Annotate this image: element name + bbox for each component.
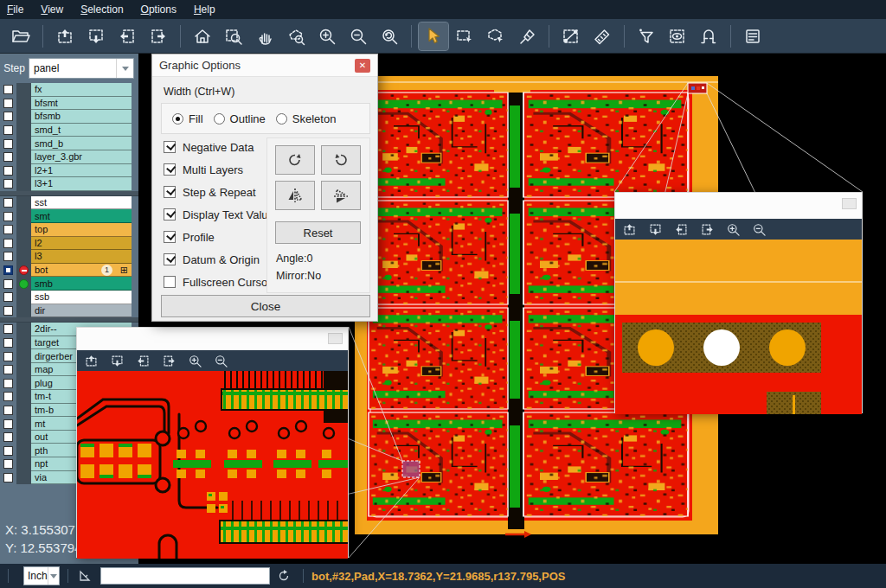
- measure-ruler-icon[interactable]: [587, 22, 617, 50]
- move-up-icon[interactable]: [620, 220, 638, 238]
- zoom-out-icon[interactable]: [212, 352, 229, 369]
- reset-button[interactable]: Reset: [275, 221, 361, 244]
- layer-checkbox[interactable]: [3, 432, 13, 442]
- layer-checkbox[interactable]: [3, 473, 13, 483]
- layer-checkbox[interactable]: [3, 152, 13, 162]
- layer-checkbox[interactable]: [3, 306, 13, 316]
- magnifier-window-right[interactable]: [614, 192, 863, 413]
- move-up-icon[interactable]: [82, 352, 100, 369]
- layer-row-top[interactable]: top: [0, 223, 138, 237]
- zoom-polygon-icon[interactable]: [281, 22, 311, 50]
- magnifier-window-left[interactable]: [76, 327, 349, 558]
- window-menu-button[interactable]: [842, 198, 857, 209]
- layer-label[interactable]: smd_t: [31, 124, 132, 137]
- radio-dot[interactable]: [276, 113, 287, 125]
- zoom-out-icon[interactable]: [750, 220, 767, 238]
- checkbox-fullscreen-cursor[interactable]: Fullscreen Cursor: [164, 271, 274, 293]
- layer-row-l2+1[interactable]: l2+1: [0, 164, 138, 178]
- zoom-window-icon[interactable]: [219, 22, 248, 50]
- move-left-icon[interactable]: [134, 352, 151, 369]
- layer-label[interactable]: fx: [31, 83, 132, 97]
- layer-checkbox[interactable]: [3, 365, 13, 374]
- measure-distance-icon[interactable]: [556, 22, 586, 50]
- move-left-icon[interactable]: [672, 220, 690, 238]
- clear-highlight-icon[interactable]: [512, 22, 542, 50]
- magnifier-left-title-bar[interactable]: [77, 328, 348, 350]
- layer-label[interactable]: smt: [31, 209, 132, 223]
- grid-icon[interactable]: ⊞: [120, 264, 128, 277]
- magnifier-right-view[interactable]: [615, 240, 862, 414]
- move-down-icon[interactable]: [108, 352, 125, 369]
- checkbox-box[interactable]: [164, 253, 176, 265]
- layer-row-smd_t[interactable]: smd_t: [0, 124, 138, 137]
- dialog-title-bar[interactable]: Graphic Options ✕: [152, 54, 377, 77]
- layer-checkbox[interactable]: [3, 85, 13, 94]
- menu-options[interactable]: Options: [141, 3, 177, 16]
- layer-checkbox[interactable]: [3, 99, 13, 108]
- layer-label[interactable]: l3: [31, 250, 132, 264]
- command-input[interactable]: [100, 567, 270, 585]
- checkbox-box[interactable]: [164, 276, 176, 288]
- layer-checkbox[interactable]: [3, 112, 13, 121]
- layers-panel-icon[interactable]: [738, 22, 767, 50]
- layer-row-fx[interactable]: fx: [0, 83, 138, 97]
- layer-label[interactable]: bfsmb: [31, 110, 132, 124]
- layer-label[interactable]: smd_b: [31, 137, 132, 150]
- layer-label[interactable]: l2: [31, 237, 132, 251]
- layer-row-bfsmb[interactable]: bfsmb: [0, 110, 138, 124]
- layer-row-bot[interactable]: bot1⊞: [0, 264, 138, 278]
- checkbox-box[interactable]: [164, 231, 176, 243]
- move-right-icon[interactable]: [698, 220, 716, 238]
- layer-label[interactable]: bot1⊞: [31, 264, 132, 278]
- move-down-icon[interactable]: [646, 220, 664, 238]
- layer-label[interactable]: l2+1: [31, 164, 132, 178]
- open-folder-icon[interactable]: [6, 22, 35, 50]
- move-up-icon[interactable]: [50, 22, 80, 50]
- layer-checkbox[interactable]: [3, 392, 13, 401]
- checkbox-display-text-value[interactable]: Display Text Value: [164, 203, 274, 226]
- mirror-horizontal-button[interactable]: [321, 181, 361, 210]
- move-right-icon[interactable]: [160, 352, 177, 369]
- checkbox-box[interactable]: [164, 163, 176, 176]
- unit-select[interactable]: Inch: [23, 566, 60, 585]
- checkbox-box[interactable]: [164, 141, 176, 153]
- rotate-ccw-button[interactable]: [321, 145, 361, 175]
- home-icon[interactable]: [188, 22, 217, 50]
- layer-checkbox[interactable]: [3, 265, 13, 275]
- menu-file[interactable]: File: [7, 3, 23, 16]
- layer-checkbox[interactable]: [3, 125, 13, 135]
- step-select[interactable]: panel: [29, 58, 134, 79]
- layer-checkbox[interactable]: [3, 324, 13, 334]
- layer-label[interactable]: sst: [31, 196, 132, 210]
- layer-row-l2[interactable]: l2: [0, 237, 138, 251]
- layer-label[interactable]: l3+1: [31, 177, 132, 191]
- layer-row-l3[interactable]: l3: [0, 250, 138, 264]
- layer-label[interactable]: dir: [31, 304, 132, 318]
- layer-label[interactable]: ssb: [31, 291, 132, 304]
- layer-row-layer_3.gbr[interactable]: layer_3.gbr: [0, 150, 138, 164]
- radio-dot[interactable]: [172, 113, 183, 125]
- radio-fill[interactable]: Fill: [172, 112, 203, 125]
- checkbox-profile[interactable]: Profile: [164, 226, 274, 248]
- layer-row-ssb[interactable]: ssb: [0, 291, 138, 304]
- refresh-icon[interactable]: [275, 569, 292, 583]
- view-options-icon[interactable]: [663, 22, 692, 50]
- radio-skeleton[interactable]: Skeleton: [276, 112, 337, 125]
- layer-label[interactable]: top: [31, 223, 132, 237]
- layer-label[interactable]: layer_3.gbr: [31, 150, 132, 164]
- layer-row-bfsmt[interactable]: bfsmt: [0, 97, 138, 111]
- close-icon[interactable]: ✕: [355, 59, 370, 73]
- layer-row-sst[interactable]: sst: [0, 196, 138, 210]
- radio-outline[interactable]: Outline: [214, 112, 266, 125]
- select-rect-icon[interactable]: [450, 22, 479, 50]
- filter-icon[interactable]: [632, 22, 661, 50]
- checkbox-step-repeat[interactable]: Step & Repeat: [164, 181, 274, 203]
- select-pointer-icon[interactable]: [419, 22, 448, 50]
- layer-label[interactable]: bfsmt: [31, 97, 132, 111]
- layer-checkbox[interactable]: [3, 446, 13, 456]
- layer-checkbox[interactable]: [3, 198, 13, 208]
- close-button[interactable]: Close: [161, 295, 370, 317]
- layer-row-smb[interactable]: smb: [0, 277, 138, 291]
- snap-magnet-icon[interactable]: [694, 22, 723, 50]
- layer-checkbox[interactable]: [3, 212, 13, 221]
